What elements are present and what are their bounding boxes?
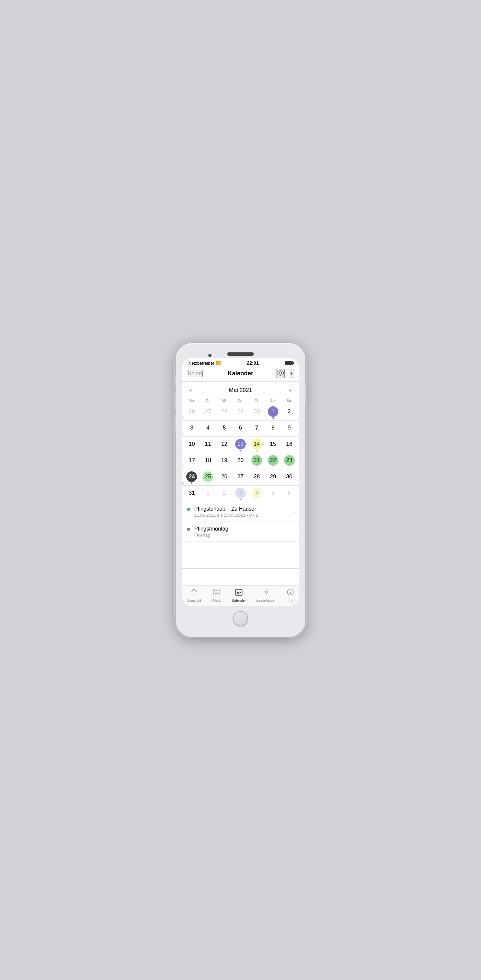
day-cell[interactable]: 27 [200,404,216,420]
tab-kalender[interactable]: Kalender [228,589,250,602]
chevron-right-icon: › [292,509,294,515]
day-cell-4-next[interactable]: 4 [248,486,265,502]
day-cell[interactable]: 10 [184,437,200,453]
day-cell[interactable]: 30 [248,404,265,420]
tab-uebersicht[interactable]: Übersicht [183,589,205,602]
home-button[interactable] [233,611,248,626]
day-cell-3-next[interactable]: 3 [233,486,249,502]
heute-button[interactable]: Heute [187,370,202,377]
tab-label-urlaub: Urlaub [211,599,221,602]
day-number: 29 [268,471,279,482]
day-cell[interactable]: 16 [281,437,297,453]
tab-bar: Übersicht Urlaub [182,585,299,606]
day-cell[interactable]: 31 [184,486,200,502]
status-left: Netzbetreiber 📶 [188,361,221,366]
nav-left: Heute [187,370,214,377]
day-cell[interactable]: 1 [200,486,216,502]
day-number: 6 [235,423,246,433]
day-cell-21[interactable]: 21 [248,453,265,469]
svg-rect-13 [237,593,238,594]
tab-label-uebersicht: Übersicht [187,599,201,602]
day-cell[interactable]: 6 [233,420,249,436]
add-button[interactable]: + [289,369,294,378]
day-number: 7 [252,423,262,433]
day-cell[interactable]: 28 [216,404,233,420]
day-number-today: 24 [186,471,197,482]
day-cell[interactable]: 20 [233,453,249,469]
svg-point-0 [277,371,284,375]
day-cell[interactable]: 11 [200,437,216,453]
day-cell[interactable]: 15 [265,437,281,453]
events-section: Pfingsturlaub – Zu Hause 21.05.2021 bis … [182,502,299,585]
day-cell-1[interactable]: 1 [265,404,281,420]
day-cell[interactable]: 2 [281,404,297,420]
day-number: 30 [284,471,295,482]
calendar-section: ‹ Mai 2021 › Mo. Di. Mi. Do. Fr. Sa. So.… [182,382,299,502]
day-cell[interactable]: 12 [216,437,233,453]
day-number: 2 [219,488,229,498]
day-header-di: Di. [200,397,216,404]
day-cell[interactable]: 29 [265,469,281,485]
empty-space [182,569,299,585]
nav-right: + [268,369,295,378]
day-cell-23[interactable]: 23 [281,453,297,469]
event-title: Pfingstmontag [194,526,294,532]
day-number: 6 [284,488,295,498]
day-cell-25[interactable]: 25 [200,469,216,485]
info-icon [287,589,294,598]
page-title: Kalender [214,370,268,377]
day-cell[interactable]: 2 [216,486,233,502]
tab-einstellungen[interactable]: Einstellungen [252,589,280,602]
mute-button [174,376,176,386]
visibility-button[interactable] [276,369,285,378]
day-number: 13 [235,439,246,449]
svg-rect-12 [240,592,241,593]
list-icon [213,589,220,598]
front-camera [208,354,212,357]
event-content: Pfingsturlaub – Zu Hause 21.05.2021 bis … [194,506,288,518]
day-number: 22 [268,455,279,466]
day-cell[interactable]: 5 [216,420,233,436]
day-number: 27 [235,471,246,482]
day-number: 29 [235,406,246,417]
day-number: 14 [252,439,262,449]
day-cell-13[interactable]: 13 [233,437,249,453]
tab-urlaub[interactable]: Urlaub [207,589,225,602]
event-content: Pfingstmontag Feiertag [194,526,294,538]
day-cell-24-today[interactable]: 24 [184,469,200,485]
next-month-button[interactable]: › [287,385,294,395]
day-cell[interactable]: 27 [233,469,249,485]
day-number: 4 [202,423,213,433]
status-right [285,361,293,365]
svg-point-15 [266,591,268,593]
day-header-fr: Fr. [248,397,265,404]
day-cell[interactable]: 9 [281,420,297,436]
day-cell[interactable]: 6 [281,486,297,502]
day-cell[interactable]: 7 [248,420,265,436]
day-cell[interactable]: 5 [265,486,281,502]
day-cell[interactable]: 19 [216,453,233,469]
day-headers: Mo. Di. Mi. Do. Fr. Sa. So. [182,397,299,404]
day-cell[interactable]: 4 [200,420,216,436]
prev-month-button[interactable]: ‹ [187,385,194,395]
tab-info[interactable]: Info [283,589,298,602]
day-number: 23 [284,455,295,466]
day-cell[interactable]: 8 [265,420,281,436]
day-cell[interactable]: 26 [184,404,200,420]
day-number: 16 [284,439,295,449]
week-row-18: 18 3 4 5 6 7 8 9 [182,420,299,437]
day-cell[interactable]: 28 [248,469,265,485]
day-cell-22[interactable]: 22 [265,453,281,469]
day-number: 5 [219,423,229,433]
day-cell[interactable]: 30 [281,469,297,485]
day-cell[interactable]: 29 [233,404,249,420]
event-subtitle: 21.05.2021 bis 25.05.2021 - 0 - 2 [194,512,288,518]
day-cell-14[interactable]: 14 [248,437,265,453]
day-cell[interactable]: 18 [200,453,216,469]
day-cell[interactable]: 17 [184,453,200,469]
day-cell[interactable]: 26 [216,469,233,485]
carrier-label: Netzbetreiber [188,361,214,366]
event-item-pfingsturlaub[interactable]: Pfingsturlaub – Zu Hause 21.05.2021 bis … [182,502,299,522]
day-cell[interactable]: 3 [184,420,200,436]
event-item-pfingstmontag[interactable]: Pfingstmontag Feiertag [182,522,299,542]
